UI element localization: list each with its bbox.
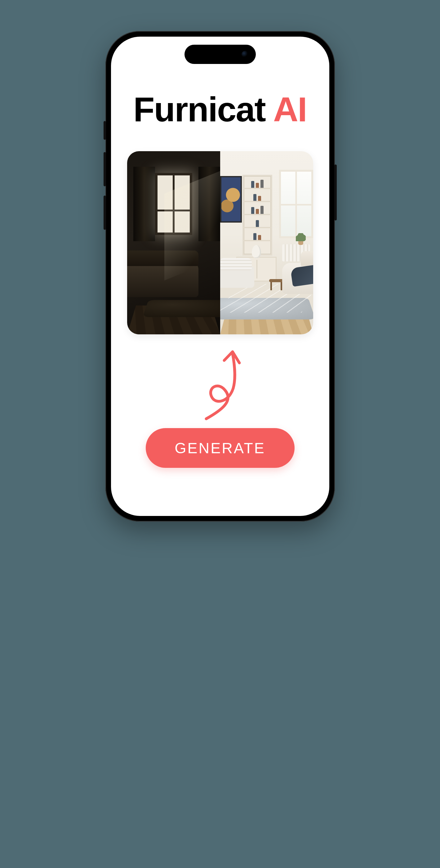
comparison-divider[interactable] (220, 151, 221, 334)
app-title: Furnicat AI (133, 89, 307, 129)
app-title-accent: AI (273, 90, 307, 129)
side-button-volume-down (104, 195, 106, 230)
dynamic-island (184, 45, 256, 64)
app-screen: Furnicat AI (111, 37, 329, 516)
after-image (220, 151, 313, 334)
before-image (127, 151, 220, 334)
phone-frame: Furnicat AI (105, 31, 335, 522)
front-camera-icon (242, 51, 248, 58)
arrow-decoration (189, 345, 251, 423)
curly-arrow-up-icon (189, 345, 251, 423)
generate-button[interactable]: GENERATE (146, 428, 295, 468)
side-button-volume-up (104, 152, 106, 186)
side-button-power (334, 164, 337, 220)
app-title-main: Furnicat (133, 90, 265, 129)
before-after-comparison[interactable] (127, 151, 313, 334)
side-button-silent (104, 121, 106, 140)
